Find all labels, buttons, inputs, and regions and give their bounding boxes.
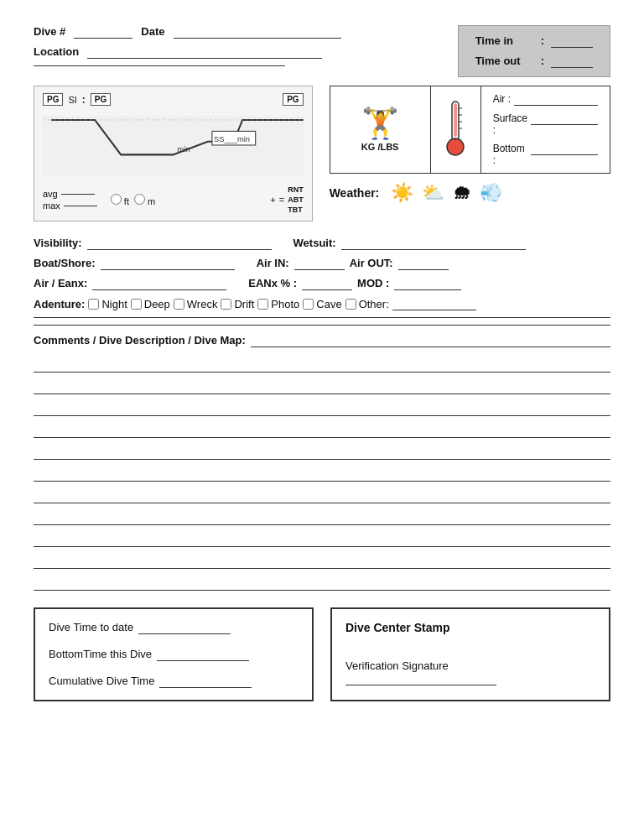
wreck-checkbox-label[interactable]: Wreck xyxy=(174,298,218,310)
wetsuit-label: Wetsuit: xyxy=(293,237,336,249)
equals-label: = xyxy=(279,195,284,205)
mod-input[interactable] xyxy=(394,277,461,290)
windy-icon[interactable]: 💨 xyxy=(480,182,502,204)
plus-label: + xyxy=(270,195,275,205)
adventure-row: Adenture: Night Deep Wreck Drift Photo C… xyxy=(34,297,610,310)
night-checkbox-label[interactable]: Night xyxy=(88,298,127,310)
drift-checkbox-label[interactable]: Drift xyxy=(221,298,254,310)
svg-text:SS___min: SS___min xyxy=(214,135,250,143)
comments-first-line[interactable] xyxy=(251,334,610,347)
surface-row: Surface : xyxy=(493,112,598,136)
time-out-input[interactable] xyxy=(551,55,593,68)
dive-profile-svg: min SS___min xyxy=(43,112,304,180)
air-out-input[interactable] xyxy=(398,257,449,270)
header-underline xyxy=(34,65,285,66)
other-input[interactable] xyxy=(392,297,476,310)
time-in-row: Time in : xyxy=(475,34,593,48)
dive-center-stamp-box: Dive Center Stamp Verification Signature xyxy=(330,607,610,701)
bottom-time-row: BottomTime this Dive xyxy=(49,648,299,661)
photo-checkbox[interactable] xyxy=(257,299,268,310)
comment-line-8 xyxy=(34,507,610,525)
photo-text: Photo xyxy=(271,298,299,310)
header-left: Dive # Date Location xyxy=(34,25,458,66)
wreck-checkbox[interactable] xyxy=(174,299,184,310)
comment-line-1 xyxy=(34,354,610,373)
cave-checkbox-label[interactable]: Cave xyxy=(303,298,341,310)
separator-line-2 xyxy=(34,325,610,326)
comment-line-5 xyxy=(34,441,610,460)
eanx-row: Air / Eanx: EANx % : MOD : xyxy=(34,277,610,290)
bottom-time-input[interactable] xyxy=(157,648,249,661)
visibility-input[interactable] xyxy=(87,237,272,250)
header-line2: Location xyxy=(34,45,458,59)
bottom-label: Bottom : xyxy=(493,143,527,166)
time-box: Time in : Time out : xyxy=(458,25,610,77)
time-out-label: Time out xyxy=(475,55,534,67)
ft-text: ft xyxy=(124,196,129,206)
comment-line-11 xyxy=(34,572,610,591)
comment-line-4 xyxy=(34,420,610,438)
cumulative-input[interactable] xyxy=(159,675,252,688)
eanx-pct-input[interactable] xyxy=(302,277,352,290)
photo-checkbox-label[interactable]: Photo xyxy=(257,298,299,310)
surface-label: Surface : xyxy=(493,112,527,136)
wetsuit-input[interactable] xyxy=(341,237,526,250)
thermometer-icon xyxy=(443,98,468,161)
svg-rect-0 xyxy=(43,116,304,176)
other-checkbox[interactable] xyxy=(345,299,356,310)
m-radio[interactable] xyxy=(134,194,145,205)
partly-cloudy-icon[interactable]: ⛅ xyxy=(422,182,444,204)
air-in-input[interactable] xyxy=(294,257,345,270)
visibility-row: Visibility: Wetsuit: xyxy=(34,237,610,250)
bottom-temp-input[interactable] xyxy=(531,143,598,155)
dive-summary-box: Dive Time to date BottomTime this Dive C… xyxy=(34,607,314,701)
other-text: Other: xyxy=(359,298,389,310)
comments-label-row: Comments / Dive Description / Dive Map: xyxy=(34,334,610,347)
deep-checkbox-label[interactable]: Deep xyxy=(131,298,170,310)
deep-checkbox[interactable] xyxy=(131,299,142,310)
ft-radio[interactable] xyxy=(111,194,122,205)
cave-checkbox[interactable] xyxy=(303,299,314,310)
drift-checkbox[interactable] xyxy=(221,299,231,310)
boat-shore-input[interactable] xyxy=(101,257,235,270)
visibility-label: Visibility: xyxy=(34,237,82,249)
avg-max-area: avg max xyxy=(43,189,97,211)
wreck-text: Wreck xyxy=(187,298,218,310)
weight-temp-row: 🏋 KG /LBS xyxy=(330,86,610,174)
bottom-time-label: BottomTime this Dive xyxy=(49,648,152,660)
drift-text: Drift xyxy=(234,298,254,310)
header-area: Dive # Date Location Time in : Time out … xyxy=(34,25,610,77)
m-radio-label[interactable]: m xyxy=(134,194,155,206)
dive-time-label: Dive Time to date xyxy=(49,621,133,633)
rainy-icon[interactable]: 🌧 xyxy=(453,182,471,204)
air-temp-input[interactable] xyxy=(514,93,598,106)
surface-temp-input[interactable] xyxy=(531,112,598,125)
max-line: max xyxy=(43,201,97,211)
m-text: m xyxy=(148,196,155,206)
avg-line: avg xyxy=(43,189,97,199)
location-input[interactable] xyxy=(87,45,322,59)
weight-label: KG /LBS xyxy=(361,142,399,152)
svg-text:min: min xyxy=(177,145,190,154)
dive-number-input[interactable] xyxy=(74,25,132,39)
other-checkbox-label[interactable]: Other: xyxy=(345,298,389,310)
pg-box-3: PG xyxy=(283,93,303,106)
date-input[interactable] xyxy=(174,25,341,39)
dive-time-input[interactable] xyxy=(138,621,231,634)
ft-radio-label[interactable]: ft xyxy=(111,194,129,206)
dive-label: Dive # xyxy=(34,25,65,38)
profile-top-row: PG SI : PG PG xyxy=(43,93,304,106)
adventure-label: Adenture: xyxy=(34,298,85,310)
time-in-input[interactable] xyxy=(551,34,593,48)
sunny-icon[interactable]: ☀️ xyxy=(391,182,413,204)
weather-icons: ☀️ ⛅ 🌧 💨 xyxy=(391,182,502,204)
boat-shore-row: Boat/Shore: Air IN: Air OUT: xyxy=(34,257,610,270)
form-section: Visibility: Wetsuit: Boat/Shore: Air IN:… xyxy=(34,237,610,326)
weather-label: Weather: xyxy=(330,186,380,200)
night-checkbox[interactable] xyxy=(88,299,99,310)
abt-label: ABT xyxy=(288,195,304,204)
max-underline xyxy=(64,206,97,206)
air-eanx-input[interactable] xyxy=(92,277,226,290)
unit-radio-group: ft m xyxy=(111,194,155,206)
cave-text: Cave xyxy=(316,298,341,310)
